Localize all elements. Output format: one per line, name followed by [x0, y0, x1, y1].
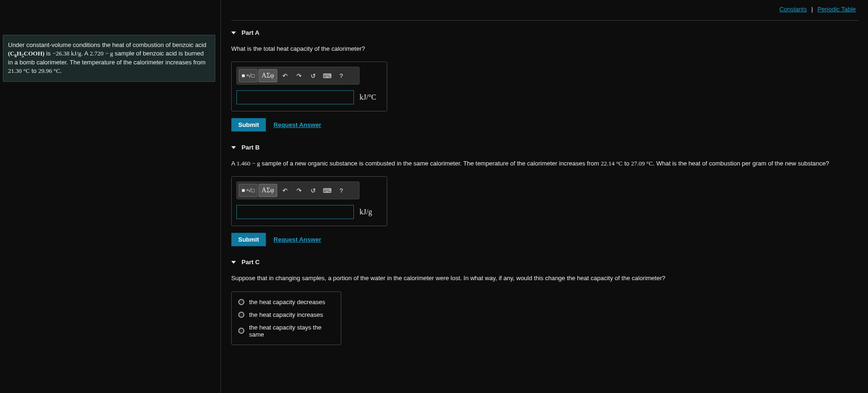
constants-link[interactable]: Constants — [779, 6, 807, 13]
option-label: the heat capacity increases — [249, 311, 323, 318]
part-a-header[interactable]: Part A — [231, 29, 859, 36]
part-b-answer-block: ■ ⁿ√□ ΑΣφ ↶ ↷ ↺ ⌨ ? kJ/g — [231, 176, 387, 226]
greek-button[interactable]: ΑΣφ — [258, 69, 277, 82]
top-links: Constants | Periodic Table — [231, 0, 859, 20]
greek-button[interactable]: ΑΣφ — [258, 184, 277, 197]
part-a-prompt: What is the total heat capacity of the c… — [231, 45, 859, 53]
part-b-title: Part B — [242, 144, 259, 151]
pb-mass: 1.460 − g — [237, 160, 260, 167]
reset-button[interactable]: ↺ — [306, 69, 320, 82]
part-a-title: Part A — [242, 29, 259, 36]
request-answer-link[interactable]: Request Answer — [274, 236, 321, 243]
option-decreases[interactable]: the heat capacity decreases — [238, 299, 334, 306]
pb-text: A — [231, 160, 237, 167]
part-c-options: the heat capacity decreases the heat cap… — [231, 291, 341, 345]
option-stays-same[interactable]: the heat capacity stays the same — [238, 324, 334, 338]
part-a: Part A What is the total heat capacity o… — [231, 29, 859, 132]
part-c: Part C Suppose that in changing samples,… — [231, 259, 859, 345]
chevron-down-icon — [231, 261, 236, 264]
part-a-answer-block: ■ ⁿ√□ ΑΣφ ↶ ↷ ↺ ⌨ ? kJ/°C — [231, 62, 387, 111]
part-b-unit: kJ/g — [360, 208, 372, 216]
chevron-down-icon — [231, 31, 236, 34]
submit-button[interactable]: Submit — [231, 233, 266, 246]
divider — [231, 20, 859, 21]
mass-value: 2.720 − g — [90, 50, 113, 57]
option-label: the heat capacity decreases — [249, 299, 325, 306]
chevron-down-icon — [231, 146, 236, 149]
part-c-prompt: Suppose that in changing samples, a port… — [231, 274, 859, 283]
equation-toolbar: ■ ⁿ√□ ΑΣφ ↶ ↷ ↺ ⌨ ? — [236, 181, 360, 199]
redo-button[interactable]: ↷ — [292, 184, 305, 197]
temp-to: 29.96 °C — [38, 67, 60, 74]
option-increases[interactable]: the heat capacity increases — [238, 311, 334, 318]
submit-button[interactable]: Submit — [231, 118, 266, 132]
undo-button[interactable]: ↶ — [278, 184, 291, 197]
main-content: Constants | Periodic Table Part A What i… — [221, 0, 868, 393]
periodic-table-link[interactable]: Periodic Table — [818, 6, 856, 13]
keyboard-button[interactable]: ⌨ — [321, 69, 334, 82]
part-b-prompt: A 1.460 − g sample of a new organic subs… — [231, 159, 859, 168]
answer-row: kJ/g — [236, 205, 382, 219]
pb-tto: 27.09 °C — [631, 160, 653, 167]
problem-text: is — [45, 50, 53, 57]
pb-text: sample of a new organic substance is com… — [260, 160, 601, 167]
option-label: the heat capacity stays the same — [249, 324, 334, 338]
part-a-answer-input[interactable] — [236, 90, 354, 104]
templates-button[interactable]: ■ ⁿ√□ — [239, 69, 258, 82]
redo-button[interactable]: ↷ — [292, 69, 305, 82]
problem-text: . A — [81, 50, 90, 57]
undo-button[interactable]: ↶ — [278, 69, 291, 82]
radio-icon — [238, 299, 244, 305]
part-c-title: Part C — [242, 259, 259, 266]
help-button[interactable]: ? — [335, 184, 348, 197]
answer-row: kJ/°C — [236, 90, 382, 104]
part-b-answer-input[interactable] — [236, 205, 354, 219]
pb-tfrom: 22.14 °C — [601, 160, 622, 167]
request-answer-link[interactable]: Request Answer — [274, 121, 321, 128]
part-a-actions: Submit Request Answer — [231, 118, 859, 132]
pb-text: . What is the heat of combustion per gra… — [653, 160, 829, 167]
part-c-header[interactable]: Part C — [231, 259, 859, 266]
problem-text: to — [30, 67, 38, 74]
help-button[interactable]: ? — [335, 69, 348, 82]
problem-text: . — [60, 67, 62, 74]
heat-value: −26.38 kJ/g — [52, 50, 81, 57]
keyboard-button[interactable]: ⌨ — [321, 184, 334, 197]
part-a-unit: kJ/°C — [360, 93, 376, 102]
part-b-header[interactable]: Part B — [231, 144, 859, 151]
problem-formula: (C6H5COOH) — [8, 50, 45, 57]
reset-button[interactable]: ↺ — [306, 184, 320, 197]
part-b: Part B A 1.460 − g sample of a new organ… — [231, 144, 859, 246]
equation-toolbar: ■ ⁿ√□ ΑΣφ ↶ ↷ ↺ ⌨ ? — [236, 67, 360, 85]
radio-icon — [238, 312, 244, 318]
sidebar: Under constant-volume conditions the hea… — [0, 0, 221, 393]
radio-icon — [238, 328, 244, 334]
temp-from: 21.30 °C — [8, 67, 30, 74]
part-b-actions: Submit Request Answer — [231, 233, 859, 246]
templates-button[interactable]: ■ ⁿ√□ — [239, 184, 258, 197]
problem-text: Under constant-volume conditions the hea… — [8, 41, 206, 48]
link-separator: | — [812, 6, 813, 13]
problem-statement: Under constant-volume conditions the hea… — [3, 35, 215, 82]
pb-text: to — [623, 160, 631, 167]
